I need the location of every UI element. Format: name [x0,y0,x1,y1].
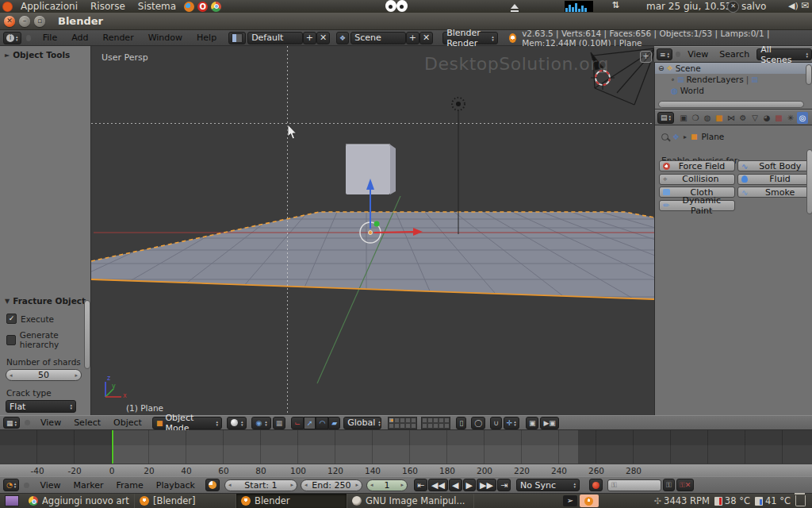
chrome-launcher-icon[interactable] [211,2,221,12]
region-expand-plus-button[interactable]: + [640,51,652,63]
screen-layout-selector[interactable]: Default [247,32,303,44]
ground-plane[interactable] [91,212,654,299]
window-maximize-button[interactable]: ▫ [34,16,45,27]
window-list-icon[interactable] [5,495,19,506]
current-frame-line[interactable] [112,430,113,464]
tab-physics-icon-active[interactable]: ◎ [797,112,808,124]
expander-icon[interactable]: ∘ [671,76,675,83]
outliner-h-scrollbar[interactable] [658,101,804,108]
window-minimize-button[interactable]: – [19,16,30,27]
properties-scrollbar[interactable] [806,149,812,214]
collision-button[interactable]: ⌖ Collision [659,174,735,185]
mode-selector[interactable]: ■ Object Mode▴▾ [152,417,222,429]
scene-icon-button[interactable]: ❖ [336,32,349,44]
task-blender-active[interactable]: Blender [236,494,347,508]
clock[interactable]: mar 25 giu, 10.53 [646,1,731,12]
breadcrumb-object-name[interactable]: Plane [702,132,725,141]
pin-icon[interactable] [661,133,668,140]
panel-collapsed-arrow-icon[interactable]: ► [5,52,10,59]
user-status-icon[interactable]: ✕ [727,1,739,13]
manipulator-y-handle[interactable] [374,221,380,227]
timeline-menu-marker[interactable]: Marker [67,480,109,491]
breadcrumb-scene-icon[interactable]: ❖ [672,133,680,141]
preview-range-clock-icon[interactable] [205,479,220,491]
mail-icon[interactable]: ✉ [801,0,809,11]
snap-element-selector[interactable]: ✛▴▾ [504,417,519,429]
task-chrome[interactable]: Aggiungi nuovo arti... [24,494,135,508]
menu-render[interactable]: Render [96,33,141,43]
play-reverse-button[interactable]: ◀ [449,479,462,491]
current-frame-field[interactable]: ◂1▸ [366,479,408,491]
fluid-button[interactable]: Fluid [737,174,812,185]
timeline-menu-frame[interactable]: Frame [111,480,149,491]
viewport-3d[interactable]: User Persp DesktopSolution.org z y x (1)… [91,46,654,415]
outliner-display-filter[interactable]: All Scenes▴▾ [756,48,812,60]
tab-material-icon[interactable]: ◕ [761,112,772,124]
expander-icon[interactable]: ⊖ [658,64,665,72]
outliner-item-scene[interactable]: ⊖ ❖ Scene [655,63,812,74]
trash-icon[interactable] [795,495,806,506]
tab-render-icon[interactable]: ▣ [678,112,689,124]
username[interactable]: salvo [741,1,766,12]
menu-applicazioni[interactable]: Applicazioni [14,0,84,13]
outliner-item-world[interactable]: ◍ World [655,85,812,96]
jump-to-start-button[interactable]: ⇤ [414,479,427,491]
view3d-menu-select[interactable]: Select [68,418,106,428]
manipulator-translate-button[interactable]: ➚ [304,417,316,429]
insert-keyframe-button[interactable]: ⚿ [663,479,675,491]
viewport-shading-selector[interactable]: ▴▾ [227,417,247,429]
menu-risorse[interactable]: Risorse [84,0,132,13]
outliner-item-renderlayers[interactable]: ∘ ▤ RenderLayers | ▤ [655,74,812,85]
snap-toggle[interactable]: ∪ [490,417,502,429]
start-frame-field[interactable]: ◂Start: 1▸ [224,479,297,491]
outliner-menu-view[interactable]: View [684,49,712,60]
timeline-menu-playback[interactable]: Playback [151,480,201,491]
pivot-align-toggle[interactable]: ▦ [273,417,286,429]
tab-object-data-icon[interactable]: ▽ [749,112,760,124]
opera-launcher-icon[interactable]: O [197,2,208,12]
properties-editor-selector[interactable]: ▤ ▴▾ [657,112,674,124]
end-frame-field[interactable]: ◂End: 250▸ [301,479,362,491]
layer-buttons-group-1[interactable] [388,417,417,429]
delete-keyframe-button[interactable]: ⚿✕ [676,479,694,491]
pivot-point-selector[interactable]: ◉ ▴▾ [251,417,270,429]
layout-add-button[interactable]: + [303,32,316,44]
tab-modifiers-icon[interactable]: ⚙ [737,112,749,124]
lock-to-scene-icon[interactable]: ▯ [456,417,466,429]
transform-orientation-selector[interactable]: Global▴▾ [343,417,381,429]
renderlayer-toggle-icon[interactable]: ▤ [751,75,758,83]
firefox-launcher-icon[interactable] [184,2,194,12]
menu-file[interactable]: File [36,33,64,43]
editor-type-selector[interactable]: i ▴▾ [3,32,21,44]
smoke-button[interactable]: ∿ Smoke [737,187,812,198]
panel-expanded-arrow-icon[interactable]: ▼ [5,298,10,305]
menu-sistema[interactable]: Sistema [132,0,182,13]
layout-delete-button[interactable]: ✕ [316,32,330,44]
view3d-menu-object[interactable]: Object [108,418,147,428]
proportional-edit-selector[interactable]: ◯ [471,417,485,429]
task-blender-file[interactable]: [Blender] [135,494,236,508]
prev-keyframe-button[interactable]: ◀◀ [428,479,448,491]
system-monitor-applet[interactable] [565,1,593,12]
timeline-menu-view[interactable]: View [34,480,66,491]
tab-object-icon[interactable]: ■ [714,112,725,124]
ubuntu-logo-icon[interactable] [2,2,13,12]
screen-layout-icon-button[interactable] [228,32,246,44]
lamp-object[interactable] [452,98,465,110]
soft-body-button[interactable]: ∿ Soft Body [737,160,812,171]
next-keyframe-button[interactable]: ▶▶ [477,479,496,491]
menu-help[interactable]: Help [190,33,224,43]
manipulator-scale-button[interactable]: ▰ [328,417,340,429]
timeline-ruler[interactable]: -40 -20 0 20 40 60 80 100 120 140 160 18… [0,464,812,476]
manipulator-axis-icon[interactable]: ⌙ [291,417,304,429]
menu-add[interactable]: Add [64,33,95,43]
timeline-editor-selector[interactable]: ◔ ▴▾ [3,479,19,491]
outliner-menu-search[interactable]: Search [715,49,753,60]
fracture-panel-header[interactable]: Fracture Object [13,296,86,306]
view3d-menu-view[interactable]: View [35,418,67,428]
timeline-tracks[interactable] [0,430,812,464]
dynamic-paint-button[interactable]: ✎ Dynamic Paint [659,200,735,211]
eject-icon[interactable] [510,4,519,13]
crack-type-dropdown[interactable]: Flat▴▾ [6,400,76,413]
scene-selector[interactable]: Scene [350,32,406,44]
